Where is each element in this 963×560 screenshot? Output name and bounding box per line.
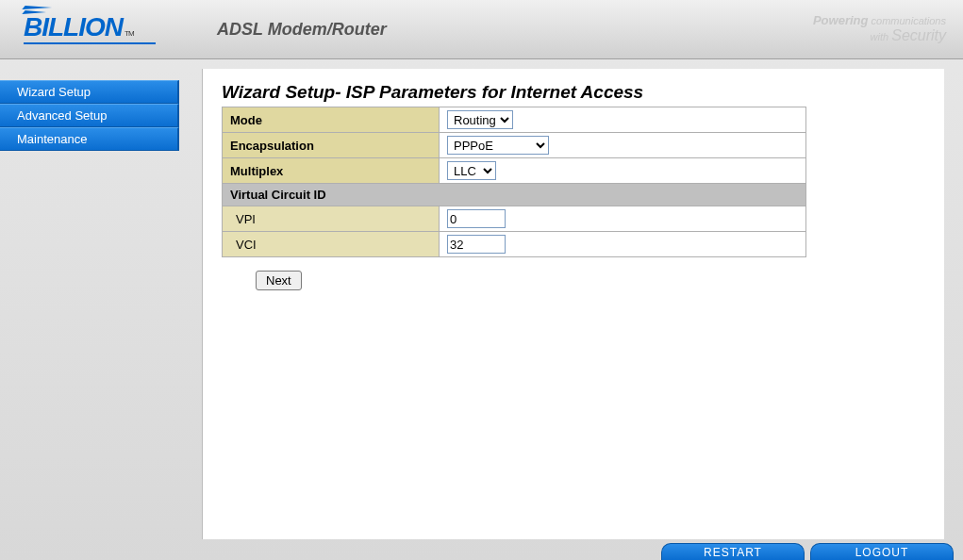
sidebar: Wizard Setup Advanced Setup Maintenance	[0, 59, 179, 539]
sidebar-item-advanced-setup[interactable]: Advanced Setup	[0, 104, 179, 127]
multiplex-select[interactable]: LLC	[447, 161, 496, 180]
next-button[interactable]: Next	[256, 271, 302, 290]
restart-button[interactable]: RESTART	[661, 543, 805, 560]
mode-label: Mode	[223, 107, 440, 133]
page-title: Wizard Setup- ISP Parameters for Interne…	[222, 82, 925, 103]
encapsulation-label: Encapsulation	[223, 133, 440, 158]
vpi-label: VPI	[223, 206, 440, 232]
sidebar-item-label: Maintenance	[17, 132, 87, 146]
header: BILLIONTM ADSL Modem/Router Powering com…	[0, 0, 963, 59]
sidebar-item-label: Advanced Setup	[17, 108, 107, 123]
logout-button[interactable]: LOGOUT	[810, 543, 954, 560]
footer: RESTART LOGOUT	[0, 539, 963, 560]
encapsulation-select[interactable]: PPPoE	[447, 136, 549, 155]
vpi-input[interactable]	[447, 209, 506, 228]
multiplex-label: Multiplex	[223, 158, 440, 184]
product-title: ADSL Modem/Router	[217, 20, 387, 40]
form-table: Mode Routing Encapsulation PPPoE	[222, 107, 806, 257]
sidebar-item-maintenance[interactable]: Maintenance	[0, 127, 179, 151]
tagline-prefix: Powering	[813, 13, 869, 27]
vci-input[interactable]	[447, 235, 506, 254]
mode-select[interactable]: Routing	[447, 110, 513, 129]
brand-logo-text: BILLION	[24, 12, 123, 41]
header-tagline: Powering communications with Security	[813, 13, 946, 44]
tagline-word: communications	[872, 15, 946, 26]
logo-area: BILLIONTM	[0, 14, 179, 44]
sidebar-item-wizard-setup[interactable]: Wizard Setup	[0, 80, 179, 104]
logo-underline	[24, 42, 156, 44]
vci-label: VCI	[223, 232, 440, 257]
sidebar-item-label: Wizard Setup	[17, 85, 91, 99]
tagline-security: Security	[891, 27, 946, 43]
tagline-with: with	[871, 31, 889, 42]
virtual-circuit-section: Virtual Circuit ID	[223, 184, 806, 206]
brand-tm: TM	[125, 29, 134, 38]
brand-logo: BILLIONTM	[24, 14, 134, 41]
content-panel: Wizard Setup- ISP Parameters for Interne…	[202, 69, 944, 539]
